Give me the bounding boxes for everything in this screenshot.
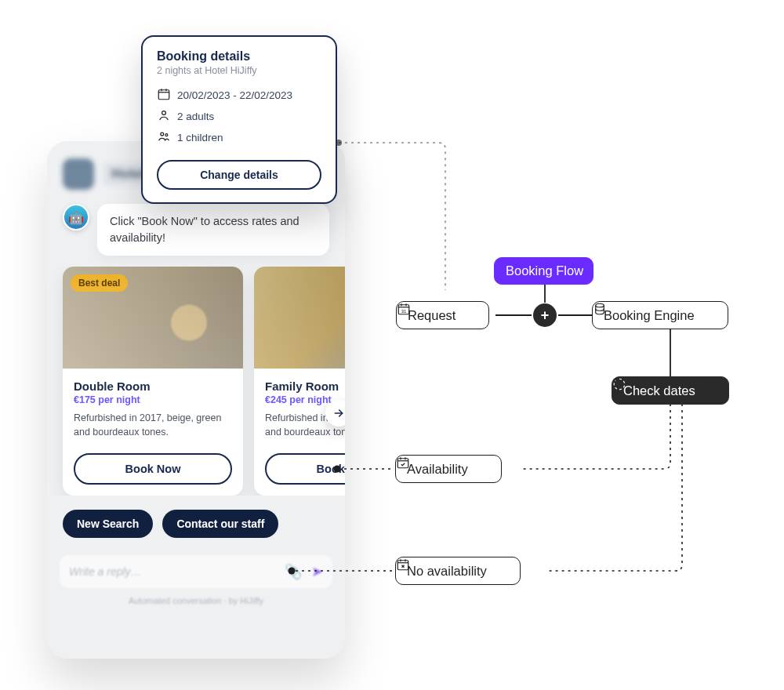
rooms-carousel[interactable]: Best deal Double Room €175 per night Ref… bbox=[47, 267, 345, 496]
best-deal-badge: Best deal bbox=[71, 274, 128, 292]
popover-subtitle: 2 nights at Hotel HiJiffy bbox=[157, 65, 321, 76]
room-name: Family Room bbox=[265, 380, 345, 393]
popover-adults: 2 adults bbox=[157, 108, 321, 125]
svg-point-2 bbox=[161, 133, 164, 136]
chat-footer: Automated conversation · by HiJiffy bbox=[47, 593, 345, 605]
arrow-right-icon bbox=[332, 407, 345, 419]
flow-node-no-availability: No availability bbox=[395, 557, 521, 585]
room-card[interactable]: Best deal Double Room €175 per night Ref… bbox=[63, 267, 243, 496]
send-icon[interactable]: ➤ bbox=[311, 563, 323, 580]
reply-input[interactable]: Write a reply… bbox=[69, 565, 275, 578]
popover-dates-text: 20/02/2023 - 22/02/2023 bbox=[177, 89, 292, 101]
flow-node-booking-flow: Booking Flow bbox=[494, 257, 593, 285]
flow-label: Availability bbox=[407, 462, 468, 477]
calendar-x-icon bbox=[495, 563, 510, 579]
bot-message-row: 🤖 Click "Book Now" to access rates and a… bbox=[47, 196, 345, 267]
svg-rect-10 bbox=[397, 459, 408, 468]
new-search-button[interactable]: New Search bbox=[63, 510, 153, 538]
flow-node-check-dates: Check dates bbox=[612, 376, 729, 405]
quick-actions: New Search Contact our staff bbox=[47, 496, 345, 538]
room-image bbox=[254, 267, 345, 369]
change-details-button[interactable]: Change details bbox=[157, 160, 321, 190]
flow-node-availability: Availability bbox=[395, 455, 502, 483]
loading-icon bbox=[703, 383, 719, 398]
people-icon bbox=[157, 129, 171, 146]
room-price: €175 per night bbox=[74, 394, 232, 405]
popover-dates: 20/02/2023 - 22/02/2023 bbox=[157, 87, 321, 104]
booking-flow-diagram: Booking Flow Request 31 + Booking Engine… bbox=[392, 259, 760, 596]
popover-children-text: 1 children bbox=[177, 132, 223, 143]
flow-node-booking-engine: Booking Engine bbox=[592, 301, 728, 329]
svg-point-1 bbox=[162, 111, 166, 115]
popover-children: 1 children bbox=[157, 129, 321, 146]
svg-text:31: 31 bbox=[401, 309, 407, 314]
person-icon bbox=[157, 108, 171, 125]
room-description: Refurbished in 2017, beige, green and bo… bbox=[74, 412, 232, 439]
database-icon bbox=[702, 307, 718, 323]
bot-avatar-icon: 🤖 bbox=[63, 204, 89, 231]
book-now-button[interactable]: Book Now bbox=[74, 453, 232, 485]
flow-label: Request bbox=[408, 308, 456, 323]
popover-title: Booking details bbox=[157, 49, 321, 64]
chat-widget: Hotel C… 🤖 Click "Book Now" to access ra… bbox=[47, 141, 345, 659]
flow-plus-node: + bbox=[533, 303, 557, 327]
calendar-date-icon: 31 bbox=[463, 307, 479, 323]
flow-node-request: Request 31 bbox=[396, 301, 489, 329]
room-image: Best deal bbox=[63, 267, 243, 369]
room-name: Double Room bbox=[74, 380, 232, 393]
popover-adults-text: 2 adults bbox=[177, 111, 214, 122]
svg-rect-11 bbox=[397, 561, 408, 570]
svg-point-5 bbox=[334, 466, 341, 473]
bot-message: Click "Book Now" to access rates and ava… bbox=[97, 204, 329, 256]
flow-label: Booking Engine bbox=[604, 308, 695, 323]
contact-staff-button[interactable]: Contact our staff bbox=[162, 510, 278, 538]
svg-point-3 bbox=[165, 134, 168, 136]
flow-label: Booking Flow bbox=[506, 263, 583, 278]
svg-point-9 bbox=[596, 303, 604, 307]
flow-label: Check dates bbox=[623, 383, 695, 398]
room-card[interactable]: Family Room €245 per night Refurbished i… bbox=[254, 267, 345, 496]
book-now-button[interactable]: Book Now bbox=[265, 453, 345, 485]
svg-rect-0 bbox=[158, 90, 169, 100]
hotel-logo-icon bbox=[63, 158, 94, 190]
svg-point-6 bbox=[289, 568, 296, 575]
calendar-check-icon bbox=[476, 461, 492, 477]
flow-label: No availability bbox=[407, 564, 487, 579]
calendar-icon bbox=[157, 87, 171, 104]
booking-details-popover: Booking details 2 nights at Hotel HiJiff… bbox=[141, 35, 337, 204]
